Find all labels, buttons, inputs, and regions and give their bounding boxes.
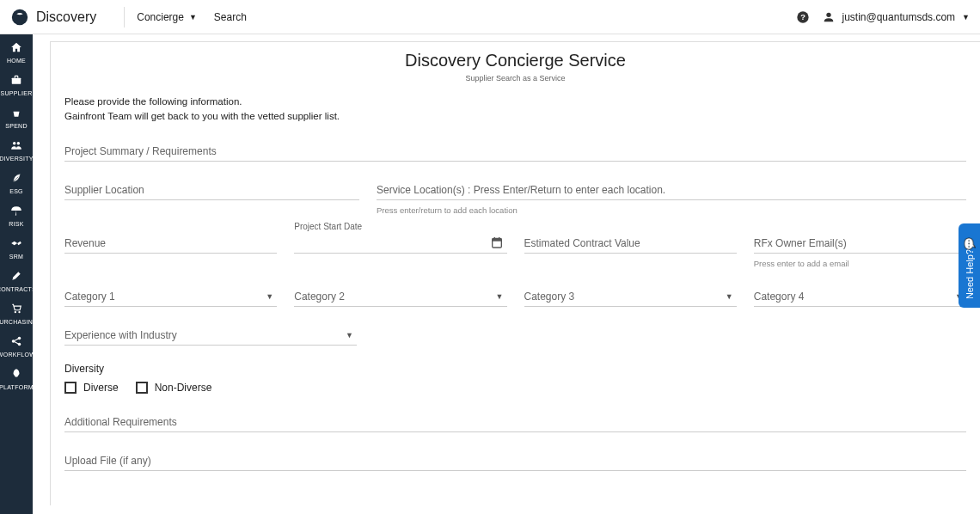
diverse-label: Diverse <box>83 382 119 394</box>
sidebar-item-label: SUPPLIER <box>0 90 32 96</box>
sidebar-item-workflow[interactable]: WORKFLOW <box>0 335 35 358</box>
nondiverse-label: Non-Diverse <box>155 382 212 394</box>
handshake-icon <box>10 237 22 252</box>
topbar: Discovery Concierge ▼ Search ? justin@qu… <box>0 0 980 34</box>
sidebar-item-esg[interactable]: ESG <box>9 172 23 194</box>
chevron-down-icon: ▼ <box>962 13 970 21</box>
intro-line2: Gainfront Team will get back to you with… <box>64 109 966 124</box>
supplier-location-input[interactable] <box>64 179 359 200</box>
sidebar-item-label: SPEND <box>5 123 28 129</box>
spend-icon <box>10 107 22 121</box>
svg-point-6 <box>17 142 20 145</box>
project-start-date-input[interactable] <box>294 232 506 254</box>
briefcase-icon <box>10 74 22 89</box>
sidebar-item-label: CONTRACTS <box>0 286 36 292</box>
rfx-owner-hint: Press enter to add a email <box>754 259 966 268</box>
rocket-icon <box>10 368 22 382</box>
share-icon <box>10 335 22 350</box>
sidebar-item-home[interactable]: HOME <box>7 41 26 64</box>
category2-select[interactable] <box>294 285 506 307</box>
sidebar-item-label: PLATFORM <box>0 384 34 390</box>
service-locations-hint: Press enter/return to add each location <box>377 205 966 215</box>
app-title: Discovery <box>36 9 96 25</box>
cart-icon <box>10 303 22 317</box>
sidebar-item-label: DIVERSITY <box>0 156 34 162</box>
user-icon <box>822 10 836 24</box>
category3-select[interactable] <box>524 285 737 307</box>
sidebar-item-platform[interactable]: PLATFORM <box>0 368 34 390</box>
user-menu[interactable]: justin@quantumsds.com ▼ <box>822 10 971 24</box>
sidebar-item-label: WORKFLOW <box>0 352 35 358</box>
intro-text: Please provide the following information… <box>64 95 966 125</box>
sidebar: HOME SUPPLIER SPEND DIVERSITY ESG RISK S… <box>0 34 33 514</box>
diversity-label: Diversity <box>64 363 966 375</box>
help-icon[interactable]: ? <box>796 10 810 24</box>
sidebar-item-supplier[interactable]: SUPPLIER <box>0 74 32 96</box>
project-summary-input[interactable] <box>64 140 966 162</box>
category4-select[interactable] <box>754 285 966 307</box>
revenue-input[interactable] <box>64 232 277 254</box>
pen-icon <box>10 270 22 285</box>
upload-file-input[interactable] <box>64 450 966 471</box>
contract-value-input[interactable] <box>524 232 737 254</box>
nondiverse-checkbox-item: Non-Diverse <box>136 382 212 394</box>
page-title: Discovery Concierge Service <box>64 51 966 70</box>
chat-icon: 💬 <box>964 237 976 250</box>
sidebar-item-diversity[interactable]: DIVERSITY <box>0 139 34 162</box>
sidebar-item-label: ESG <box>9 188 23 194</box>
nondiverse-checkbox[interactable] <box>136 382 148 394</box>
main-content: Discovery Concierge Service Supplier Sea… <box>33 34 980 514</box>
nav-search[interactable]: Search <box>214 11 247 23</box>
sidebar-item-risk[interactable]: RISK <box>9 205 24 227</box>
leaf-icon <box>10 172 22 187</box>
sidebar-item-spend[interactable]: SPEND <box>5 107 28 129</box>
umbrella-icon <box>10 205 22 219</box>
nav-concierge[interactable]: Concierge ▼ <box>137 11 197 23</box>
diverse-checkbox[interactable] <box>64 382 77 394</box>
nav-search-label: Search <box>214 11 247 23</box>
diverse-checkbox-item: Diverse <box>64 382 119 394</box>
category1-select[interactable] <box>64 285 277 307</box>
need-help-button[interactable]: Need Help? 💬 <box>959 223 980 308</box>
sidebar-item-label: SRM <box>9 254 23 260</box>
app-logo-icon <box>10 8 29 27</box>
svg-text:?: ? <box>800 13 805 21</box>
nav-concierge-label: Concierge <box>137 11 184 23</box>
svg-rect-4 <box>12 78 21 84</box>
svg-point-0 <box>12 9 28 24</box>
sidebar-item-srm[interactable]: SRM <box>9 237 23 260</box>
people-icon <box>10 139 22 154</box>
additional-requirements-input[interactable] <box>64 411 966 432</box>
user-email: justin@quantumsds.com <box>842 11 956 23</box>
chevron-down-icon: ▼ <box>189 13 197 21</box>
sidebar-item-label: HOME <box>7 58 26 64</box>
project-start-label: Project Start Date <box>294 222 362 231</box>
svg-point-5 <box>13 142 15 145</box>
separator <box>124 7 125 28</box>
page-subtitle: Supplier Search as a Service <box>64 74 966 83</box>
svg-point-3 <box>826 12 830 16</box>
sidebar-item-label: RISK <box>9 221 24 227</box>
rfx-owner-input[interactable] <box>754 232 966 254</box>
service-locations-input[interactable] <box>377 179 966 200</box>
sidebar-item-contracts[interactable]: CONTRACTS <box>0 270 36 292</box>
intro-line1: Please provide the following information… <box>64 95 966 109</box>
need-help-label: Need Help? <box>965 249 975 299</box>
experience-select[interactable] <box>64 324 357 346</box>
chevron-down-icon: ▼ <box>346 331 353 340</box>
home-icon <box>10 41 22 56</box>
